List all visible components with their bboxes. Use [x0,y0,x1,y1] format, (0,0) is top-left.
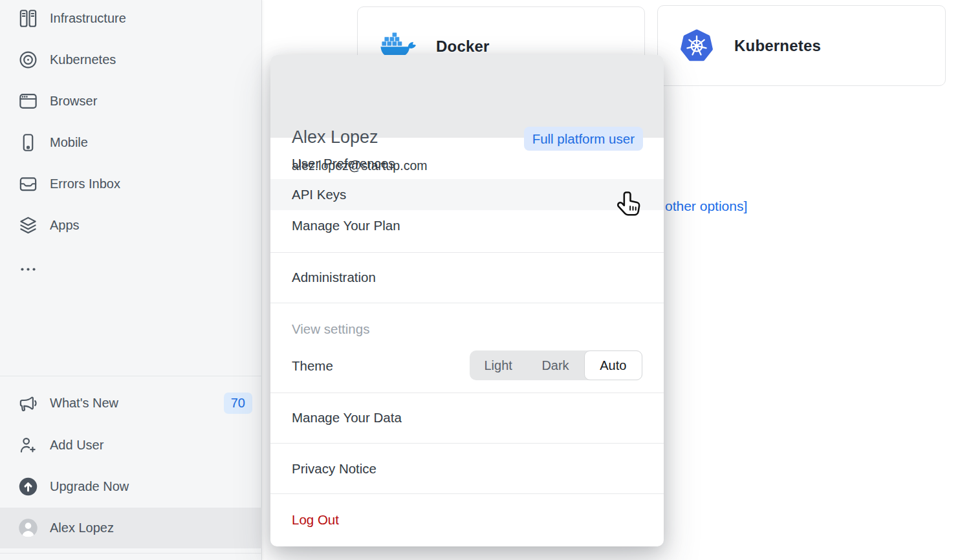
kubernetes-logo [679,28,714,63]
mobile-phone-icon [18,133,38,153]
sidebar-item-browser[interactable]: Browser [0,80,261,122]
user-account-dropdown: Alex Lopez alez.lopez@startup.com Full p… [270,55,664,546]
sidebar-item-label: Infrastructure [50,11,126,26]
whats-new-count-badge[interactable]: 70 [224,393,252,414]
sidebar-item-label: Add User [50,438,104,453]
app-root: Docker Kubernetes other options] [0,0,960,560]
sidebar-item-mobile[interactable]: Mobile [0,122,261,163]
menu-item-api-keys[interactable]: API Keys [270,179,664,210]
menu-divider [270,443,664,444]
menu-divider [270,393,664,393]
layers-icon [18,215,38,235]
browser-window-icon [18,91,38,111]
upgrade-arrow-icon [18,477,38,497]
sidebar-item-errors-inbox[interactable]: Errors Inbox [0,163,261,204]
sidebar-divider [0,376,262,376]
theme-segmented-control: Light Dark Auto [470,350,642,380]
theme-option-light[interactable]: Light [470,350,527,380]
sidebar-item-user-profile[interactable]: Alex Lopez [0,507,261,548]
menu-item-user-preferences[interactable]: User Preferences [270,148,664,179]
menu-item-administration[interactable]: Administration [270,262,664,293]
sidebar-divider [0,553,262,554]
theme-option-auto[interactable]: Auto [584,350,642,380]
more-ellipsis-icon [18,259,38,279]
theme-label: Theme [292,351,333,381]
megaphone-icon [18,393,38,413]
target-icon [18,50,38,70]
servers-icon [18,8,38,28]
integration-card-kubernetes[interactable]: Kubernetes [657,5,946,86]
sidebar-item-label: Browser [50,94,97,109]
menu-divider [270,303,664,303]
sidebar-item-label: What's New [50,396,118,411]
theme-option-dark[interactable]: Dark [527,350,584,380]
other-options-link[interactable]: other options] [665,199,747,214]
sidebar-item-label: Errors Inbox [50,177,120,191]
user-name: Alex Lopez [292,127,378,147]
view-settings-section-label: View settings [270,319,664,339]
dropdown-header: Alex Lopez alez.lopez@startup.com Full p… [270,55,664,138]
card-title: Kubernetes [734,37,821,55]
menu-item-privacy-notice[interactable]: Privacy Notice [270,453,664,484]
add-user-icon [18,435,38,455]
sidebar-item-more[interactable] [0,248,261,290]
sidebar-item-label: Mobile [50,135,88,150]
sidebar-item-infrastructure[interactable]: Infrastructure [0,0,261,39]
sidebar-item-upgrade-now[interactable]: Upgrade Now [0,466,261,507]
sidebar: Infrastructure Kubernetes Browser Mobile [0,0,262,560]
sidebar-item-whats-new[interactable]: What's New [0,382,261,424]
menu-item-manage-your-plan[interactable]: Manage Your Plan [270,210,664,241]
sidebar-item-kubernetes[interactable]: Kubernetes [0,39,261,80]
menu-item-log-out[interactable]: Log Out [270,504,664,535]
inbox-icon [18,174,38,194]
sidebar-item-label: Alex Lopez [50,521,114,535]
user-role-badge: Full platform user [524,127,643,151]
sidebar-item-label: Upgrade Now [50,479,129,494]
sidebar-item-label: Apps [50,218,80,233]
menu-divider [270,493,664,494]
sidebar-item-label: Kubernetes [50,52,116,67]
menu-item-manage-your-data[interactable]: Manage Your Data [270,402,664,433]
menu-divider [270,252,664,253]
avatar-icon [18,518,38,538]
card-title: Docker [436,38,490,56]
sidebar-item-add-user[interactable]: Add User [0,424,261,466]
sidebar-item-apps[interactable]: Apps [0,204,261,246]
